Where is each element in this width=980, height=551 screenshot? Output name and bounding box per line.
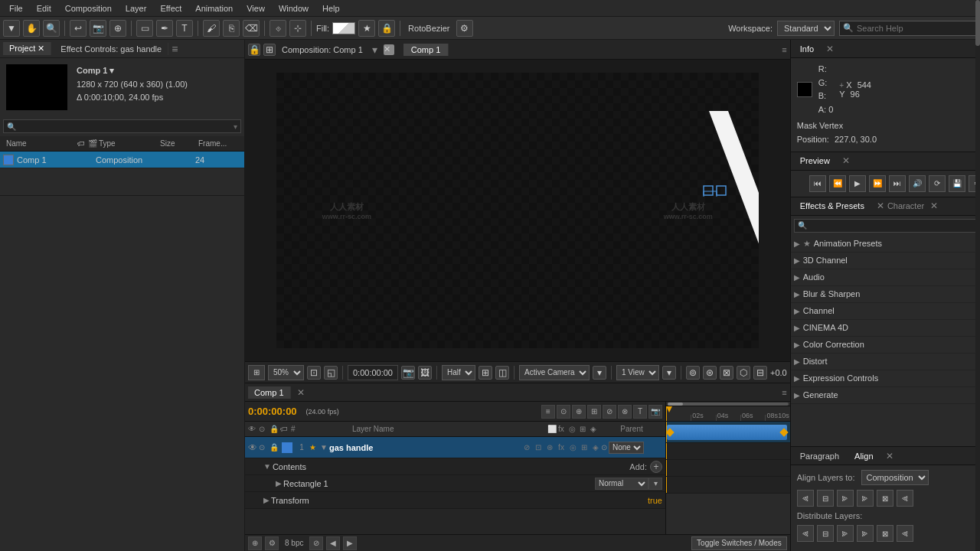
preview-first-btn[interactable]: ⏮ (809, 175, 826, 192)
solo-btn[interactable]: ⊙ (557, 405, 570, 419)
preview-last-btn[interactable]: ⏭ (889, 175, 906, 192)
timeline-tab[interactable]: Comp 1 (248, 386, 291, 399)
fast-preview-btn[interactable]: ⬡ (737, 366, 750, 380)
character-close-btn[interactable]: ✕ (930, 201, 938, 211)
panel-menu-btn[interactable]: ≡ (172, 43, 178, 55)
menu-view[interactable]: View (240, 2, 271, 15)
effects-cat-animation[interactable]: ▶ ★ Animation Presets (791, 236, 980, 253)
preview-play-btn[interactable]: ▶ (849, 175, 866, 192)
render-btn[interactable]: ⊚ (686, 366, 700, 380)
comp-settings-btn[interactable]: ⊞ (263, 44, 276, 56)
align-close-btn[interactable]: ✕ (886, 451, 893, 461)
shape-btn[interactable]: ⊗ (618, 405, 632, 419)
effects-tab[interactable]: Effects & Presets (794, 200, 871, 212)
pen-tool-btn[interactable]: ✒ (156, 20, 173, 37)
align-to-select[interactable]: Composition (861, 470, 929, 485)
rect-tool-btn[interactable]: ▭ (136, 20, 153, 37)
asset-row[interactable]: Comp 1 Composition 24 (0, 152, 244, 168)
camera-tool-btn[interactable]: 📷 (90, 20, 106, 37)
character-tab[interactable]: Character (887, 201, 924, 210)
effects-cat-3d[interactable]: ▶ 3D Channel (791, 253, 980, 269)
menu-edit[interactable]: Edit (31, 2, 57, 15)
dist-right-btn[interactable]: ⫸ (837, 525, 854, 542)
clone-tool-btn[interactable]: ⎘ (223, 20, 240, 37)
preview-prev-btn[interactable]: ⏪ (829, 175, 846, 192)
switch-adjust[interactable]: ⊞ (579, 442, 590, 453)
zoom-select[interactable]: 50% (268, 365, 304, 380)
eraser-tool-btn[interactable]: ⌫ (243, 20, 260, 37)
menu-composition[interactable]: Composition (59, 2, 118, 15)
adj-btn[interactable]: ⊞ (587, 405, 601, 419)
tbb-settings[interactable]: ⚙ (265, 536, 279, 550)
dist-bottom-btn[interactable]: ⫷ (897, 525, 913, 542)
dist-center-h-btn[interactable]: ⊟ (817, 525, 834, 542)
preview-cache-btn[interactable]: 💾 (949, 175, 965, 192)
toggle-switches-btn[interactable]: Toggle Switches / Modes (691, 536, 787, 550)
transform-reset-btn[interactable]: true (648, 496, 662, 505)
new-layer-btn[interactable]: ≡ (541, 405, 555, 419)
timeline-panel-menu[interactable]: ≡ (782, 388, 786, 397)
parent-pick-whip[interactable]: ⊙ (601, 443, 607, 452)
switch-3d[interactable]: ◈ (590, 442, 601, 453)
snapshot-btn[interactable]: 📷 (401, 366, 415, 380)
menu-file[interactable]: File (3, 2, 29, 15)
effects-cat-distort[interactable]: ▶ Distort (791, 354, 980, 370)
transform-expand[interactable]: ▶ (263, 496, 270, 504)
align-left-btn[interactable]: ⫷ (797, 490, 814, 507)
paragraph-tab[interactable]: Paragraph (794, 450, 845, 462)
layout-select[interactable]: 1 View (616, 365, 659, 380)
effects-close-btn[interactable]: ✕ (877, 201, 884, 211)
dist-center-v-btn[interactable]: ⊠ (877, 525, 893, 542)
timeline-close-btn[interactable]: ✕ (297, 387, 305, 398)
effects-cat-generate[interactable]: ▶ Generate (791, 387, 980, 404)
switch-collapse[interactable]: ⊡ (533, 442, 544, 453)
hand-tool-btn[interactable]: ✋ (23, 20, 40, 37)
draft-btn[interactable]: ⊛ (703, 366, 717, 380)
search-input[interactable] (857, 24, 973, 33)
dist-top-btn[interactable]: ⫸ (857, 525, 874, 542)
parent-select[interactable]: None (609, 442, 644, 454)
text-lc-btn[interactable]: T (633, 405, 647, 419)
mode-dropdown-btn[interactable]: ▾ (648, 478, 662, 490)
menu-window[interactable]: Window (273, 2, 315, 15)
camera-settings-btn[interactable]: ▾ (593, 366, 606, 380)
puppet-tool-btn[interactable]: ⊹ (289, 20, 306, 37)
tbb-back[interactable]: ◀ (326, 536, 340, 550)
current-time[interactable]: 0:00:00:00 (348, 365, 398, 380)
comp-tab-main[interactable]: Comp 1 (403, 44, 449, 56)
roto-tool-btn[interactable]: ⟐ (270, 20, 286, 37)
blend-mode-select[interactable]: Normal (595, 478, 648, 490)
effects-cat-channel[interactable]: ▶ Channel (791, 303, 980, 320)
effects-cat-expression[interactable]: ▶ Expression Controls (791, 370, 980, 387)
effects-cat-color[interactable]: ▶ Color Correction (791, 337, 980, 354)
toggle-switches-label[interactable]: Toggle Switches / Modes (691, 536, 787, 550)
add-shape-btn[interactable]: + (650, 461, 662, 473)
comp-view-tab[interactable]: Comp 1 (403, 44, 449, 56)
opengl-btn[interactable]: ⊠ (720, 366, 733, 380)
switch-shy[interactable]: ⊘ (521, 442, 532, 453)
rotate-tool-btn[interactable]: ↩ (70, 20, 87, 37)
preview-audio-btn[interactable]: 🔊 (909, 175, 926, 192)
zoom-tool-btn[interactable]: 🔍 (43, 20, 60, 37)
layer-expand-btn[interactable]: ▼ (320, 443, 328, 452)
rect-expand[interactable]: ▶ (276, 479, 282, 487)
null-btn[interactable]: ⊘ (603, 405, 616, 419)
switch-quality[interactable]: ⊛ (544, 442, 555, 453)
layout-settings-btn[interactable]: ▾ (662, 366, 676, 380)
comp-dropdown-arrow[interactable]: ▾ (372, 44, 377, 56)
layer-track-bar[interactable] (667, 425, 787, 440)
switch-motion[interactable]: ◎ (567, 442, 578, 453)
layer-solo-btn[interactable]: ⊙ (259, 443, 270, 452)
fill-swatch[interactable] (332, 22, 355, 34)
effects-cat-cinema4d[interactable]: ▶ CINEMA 4D (791, 320, 980, 337)
info-tab[interactable]: Info (794, 43, 820, 55)
comp-lock-btn[interactable]: 🔒 (248, 44, 260, 56)
effects-search-input[interactable] (807, 221, 980, 230)
tbb-solo[interactable]: ⊘ (309, 536, 323, 550)
layer-eye-btn[interactable]: 👁 (248, 442, 259, 453)
effects-cat-audio[interactable]: ▶ Audio (791, 269, 980, 286)
align-center-h-btn[interactable]: ⊟ (817, 490, 834, 507)
show-snapshot-btn[interactable]: 🖼 (418, 366, 432, 380)
align-right-btn[interactable]: ⫸ (837, 490, 854, 507)
viewer-grid-btn[interactable]: ⊞ (248, 365, 265, 380)
